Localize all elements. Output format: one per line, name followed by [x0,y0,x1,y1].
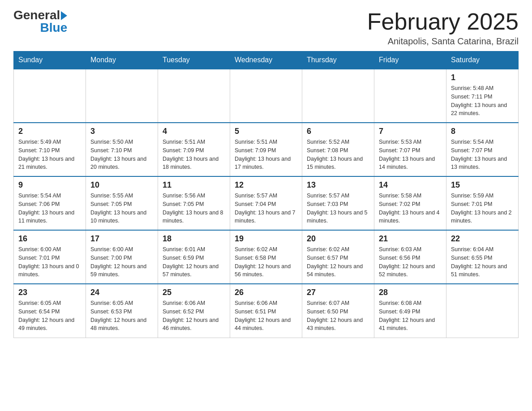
weekday-header-monday: Monday [86,51,158,69]
day-info: Sunrise: 5:56 AMSunset: 7:05 PMDaylight:… [163,192,225,225]
day-info: Sunrise: 6:01 AMSunset: 6:59 PMDaylight:… [163,245,225,279]
calendar-cell [86,69,158,123]
day-info: Sunrise: 6:05 AMSunset: 6:53 PMDaylight:… [90,299,153,333]
weekday-header-friday: Friday [374,51,446,69]
calendar-week-row: 2Sunrise: 5:49 AMSunset: 7:10 PMDaylight… [14,123,519,176]
day-number: 26 [235,288,297,297]
day-info: Sunrise: 6:04 AMSunset: 6:55 PMDaylight:… [451,245,514,279]
logo-blue: Blue [40,21,68,34]
calendar-cell [446,284,519,338]
weekday-header-saturday: Saturday [446,51,519,69]
calendar-cell: 9Sunrise: 5:54 AMSunset: 7:06 PMDaylight… [14,176,86,230]
calendar-table: SundayMondayTuesdayWednesdayThursdayFrid… [13,51,519,338]
title-block: February 2025 Anitapolis, Santa Catarina… [367,9,519,47]
day-info: Sunrise: 5:53 AMSunset: 7:07 PMDaylight:… [379,138,442,171]
day-info: Sunrise: 5:52 AMSunset: 7:08 PMDaylight:… [307,138,369,171]
day-number: 17 [90,234,153,244]
day-number: 19 [235,234,297,244]
day-number: 5 [235,127,297,136]
calendar-cell: 26Sunrise: 6:06 AMSunset: 6:51 PMDayligh… [230,284,302,338]
day-info: Sunrise: 5:50 AMSunset: 7:10 PMDaylight:… [90,138,153,171]
day-info: Sunrise: 5:57 AMSunset: 7:03 PMDaylight:… [307,192,369,225]
weekday-header-tuesday: Tuesday [158,51,230,69]
calendar-cell: 12Sunrise: 5:57 AMSunset: 7:04 PMDayligh… [230,176,302,230]
calendar-cell [158,69,230,123]
page-header: General Blue February 2025 Anitapolis, S… [13,9,519,47]
day-info: Sunrise: 6:00 AMSunset: 7:00 PMDaylight:… [90,245,153,279]
day-number: 13 [307,180,369,190]
day-info: Sunrise: 5:58 AMSunset: 7:02 PMDaylight:… [379,192,442,225]
day-info: Sunrise: 5:51 AMSunset: 7:09 PMDaylight:… [235,138,297,171]
calendar-cell: 28Sunrise: 6:08 AMSunset: 6:49 PMDayligh… [374,284,446,338]
day-number: 22 [451,234,514,244]
calendar-cell: 27Sunrise: 6:07 AMSunset: 6:50 PMDayligh… [302,284,374,338]
day-number: 18 [163,234,225,244]
weekday-header-row: SundayMondayTuesdayWednesdayThursdayFrid… [14,51,519,69]
calendar-week-row: 1Sunrise: 5:48 AMSunset: 7:11 PMDaylight… [14,69,519,123]
calendar-cell: 17Sunrise: 6:00 AMSunset: 7:00 PMDayligh… [86,230,158,284]
calendar-cell: 13Sunrise: 5:57 AMSunset: 7:03 PMDayligh… [302,176,374,230]
day-number: 8 [451,127,514,136]
day-number: 7 [379,127,442,136]
calendar-cell: 21Sunrise: 6:03 AMSunset: 6:56 PMDayligh… [374,230,446,284]
calendar-cell: 23Sunrise: 6:05 AMSunset: 6:54 PMDayligh… [14,284,86,338]
day-number: 28 [379,288,442,297]
day-number: 2 [18,127,81,136]
calendar-cell: 3Sunrise: 5:50 AMSunset: 7:10 PMDaylight… [86,123,158,176]
logo-arrow-icon [61,11,67,20]
weekday-header-thursday: Thursday [302,51,374,69]
calendar-week-row: 9Sunrise: 5:54 AMSunset: 7:06 PMDaylight… [14,176,519,230]
calendar-cell: 22Sunrise: 6:04 AMSunset: 6:55 PMDayligh… [446,230,519,284]
day-number: 24 [90,288,153,297]
calendar-cell: 11Sunrise: 5:56 AMSunset: 7:05 PMDayligh… [158,176,230,230]
weekday-header-sunday: Sunday [14,51,86,69]
calendar-cell: 19Sunrise: 6:02 AMSunset: 6:58 PMDayligh… [230,230,302,284]
day-number: 16 [18,234,81,244]
day-number: 14 [379,180,442,190]
calendar-cell: 18Sunrise: 6:01 AMSunset: 6:59 PMDayligh… [158,230,230,284]
calendar-cell [374,69,446,123]
day-number: 3 [90,127,153,136]
day-info: Sunrise: 5:49 AMSunset: 7:10 PMDaylight:… [18,138,81,171]
day-number: 10 [90,180,153,190]
calendar-header: SundayMondayTuesdayWednesdayThursdayFrid… [14,51,519,69]
day-info: Sunrise: 6:06 AMSunset: 6:52 PMDaylight:… [163,299,225,333]
day-number: 15 [451,180,514,190]
calendar-cell: 6Sunrise: 5:52 AMSunset: 7:08 PMDaylight… [302,123,374,176]
calendar-cell: 10Sunrise: 5:55 AMSunset: 7:05 PMDayligh… [86,176,158,230]
day-number: 23 [18,288,81,297]
logo-general: General [13,9,60,21]
calendar-cell: 4Sunrise: 5:51 AMSunset: 7:09 PMDaylight… [158,123,230,176]
calendar-week-row: 16Sunrise: 6:00 AMSunset: 7:01 PMDayligh… [14,230,519,284]
calendar-body: 1Sunrise: 5:48 AMSunset: 7:11 PMDaylight… [14,69,519,338]
day-info: Sunrise: 6:05 AMSunset: 6:54 PMDaylight:… [18,299,81,333]
day-info: Sunrise: 6:03 AMSunset: 6:56 PMDaylight:… [379,245,442,279]
calendar-cell: 2Sunrise: 5:49 AMSunset: 7:10 PMDaylight… [14,123,86,176]
calendar-cell [302,69,374,123]
calendar-week-row: 23Sunrise: 6:05 AMSunset: 6:54 PMDayligh… [14,284,519,338]
day-info: Sunrise: 5:57 AMSunset: 7:04 PMDaylight:… [235,192,297,225]
calendar-subtitle: Anitapolis, Santa Catarina, Brazil [367,36,519,47]
day-number: 25 [163,288,225,297]
calendar-cell: 5Sunrise: 5:51 AMSunset: 7:09 PMDaylight… [230,123,302,176]
calendar-cell [14,69,86,123]
day-info: Sunrise: 5:59 AMSunset: 7:01 PMDaylight:… [451,192,514,225]
calendar-cell: 1Sunrise: 5:48 AMSunset: 7:11 PMDaylight… [446,69,519,123]
day-info: Sunrise: 6:02 AMSunset: 6:57 PMDaylight:… [307,245,369,279]
day-info: Sunrise: 5:54 AMSunset: 7:07 PMDaylight:… [451,138,514,171]
day-info: Sunrise: 6:02 AMSunset: 6:58 PMDaylight:… [235,245,297,279]
calendar-cell: 25Sunrise: 6:06 AMSunset: 6:52 PMDayligh… [158,284,230,338]
day-number: 27 [307,288,369,297]
weekday-header-wednesday: Wednesday [230,51,302,69]
day-number: 6 [307,127,369,136]
calendar-cell: 14Sunrise: 5:58 AMSunset: 7:02 PMDayligh… [374,176,446,230]
day-number: 1 [451,73,514,82]
calendar-cell: 20Sunrise: 6:02 AMSunset: 6:57 PMDayligh… [302,230,374,284]
calendar-title: February 2025 [367,9,519,34]
calendar-cell: 8Sunrise: 5:54 AMSunset: 7:07 PMDaylight… [446,123,519,176]
day-number: 4 [163,127,225,136]
day-info: Sunrise: 6:00 AMSunset: 7:01 PMDaylight:… [18,245,81,279]
calendar-cell [230,69,302,123]
day-number: 20 [307,234,369,244]
day-info: Sunrise: 5:55 AMSunset: 7:05 PMDaylight:… [90,192,153,225]
